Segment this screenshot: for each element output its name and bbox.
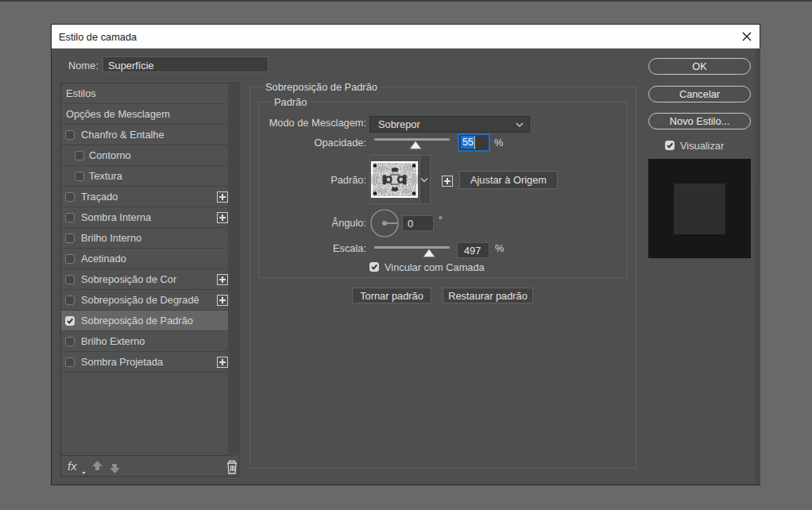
svg-text:fx: fx — [68, 459, 77, 473]
